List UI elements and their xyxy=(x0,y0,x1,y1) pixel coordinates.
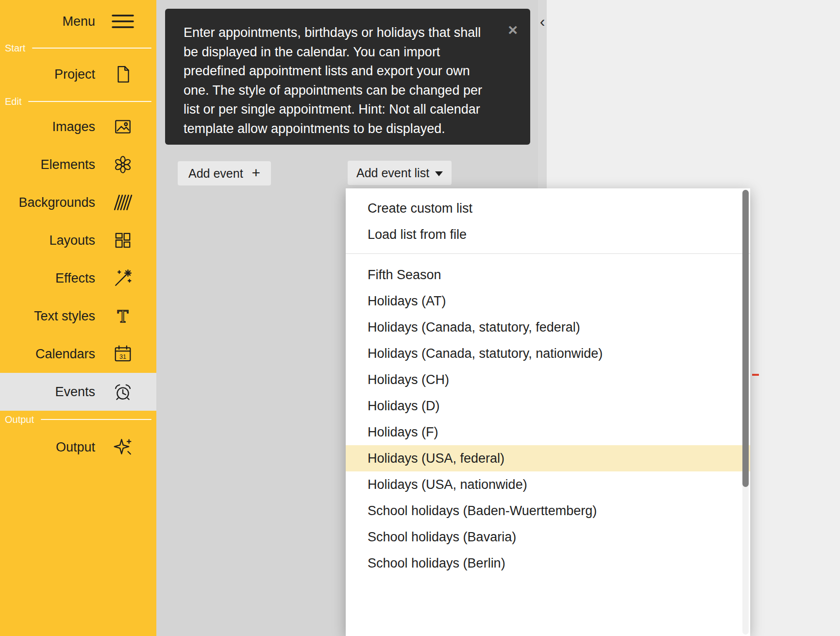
sidebar-item-backgrounds[interactable]: Backgrounds xyxy=(0,184,156,221)
sidebar-item-label: Effects xyxy=(55,271,95,286)
add-event-list-dropdown: Create custom listLoad list from fileFif… xyxy=(346,188,750,636)
info-tooltip: Enter appointments, birthdays or holiday… xyxy=(165,9,530,145)
calendar-icon: 31 xyxy=(112,343,134,365)
chevron-down-icon xyxy=(435,171,443,176)
section-divider xyxy=(32,48,151,49)
menu-label: Menu xyxy=(62,14,95,29)
dropdown-item[interactable]: Holidays (Canada, statutory, federal) xyxy=(346,314,750,340)
app-window: Menu Start Project Edit Images xyxy=(0,0,840,636)
dropdown-scrollbar[interactable] xyxy=(742,190,749,635)
dropdown-item-list: Create custom listLoad list from fileFif… xyxy=(346,195,750,576)
sidebar-item-label: Text styles xyxy=(34,309,95,324)
dropdown-item[interactable]: School holidays (Berlin) xyxy=(346,550,750,576)
magic-wand-icon xyxy=(112,267,134,289)
dropdown-divider xyxy=(346,253,750,254)
hamburger-icon xyxy=(112,10,134,33)
sidebar-item-images[interactable]: Images xyxy=(0,108,156,146)
svg-text:31: 31 xyxy=(119,353,126,360)
sidebar-item-label: Elements xyxy=(40,157,95,172)
letter-t-icon: T xyxy=(112,305,134,327)
diagonal-stripes-icon xyxy=(112,191,134,214)
add-event-list-button[interactable]: Add event list xyxy=(348,161,452,185)
sidebar-item-effects[interactable]: Effects xyxy=(0,259,156,297)
spark-icon xyxy=(112,436,134,458)
sidebar-section-output: Output xyxy=(0,411,156,428)
dropdown-item[interactable]: Holidays (AT) xyxy=(346,288,750,314)
sidebar-item-label: Backgrounds xyxy=(18,195,95,210)
sidebar-item-label: Images xyxy=(52,119,95,134)
sidebar-item-layouts[interactable]: Layouts xyxy=(0,221,156,259)
add-event-label: Add event xyxy=(188,167,243,181)
section-label: Edit xyxy=(5,96,21,107)
svg-text:T: T xyxy=(118,307,129,326)
sidebar-item-menu[interactable]: Menu xyxy=(0,0,156,43)
tooltip-text: Enter appointments, birthdays or holiday… xyxy=(184,25,482,136)
sidebar-item-label: Calendars xyxy=(35,347,95,362)
sidebar-item-text-styles[interactable]: Text styles T xyxy=(0,297,156,335)
add-event-button[interactable]: Add event + xyxy=(178,161,271,185)
dropdown-item[interactable]: Holidays (F) xyxy=(346,419,750,445)
sidebar-item-project[interactable]: Project xyxy=(0,53,156,95)
dropdown-item[interactable]: Holidays (D) xyxy=(346,393,750,419)
red-marker xyxy=(752,374,759,376)
sidebar-section-start: Start xyxy=(0,43,156,53)
section-label: Output xyxy=(5,414,34,425)
sidebar-item-label: Output xyxy=(56,440,95,455)
dropdown-item[interactable]: Holidays (USA, nationwide) xyxy=(346,471,750,498)
sidebar-item-events[interactable]: Events xyxy=(0,373,156,411)
document-icon xyxy=(112,63,134,85)
close-icon[interactable]: × xyxy=(508,21,518,38)
section-label: Start xyxy=(5,43,25,54)
dropdown-item[interactable]: Holidays (Canada, statutory, nationwide) xyxy=(346,340,750,367)
dropdown-item[interactable]: School holidays (Baden-Wuerttemberg) xyxy=(346,498,750,524)
sidebar-section-edit: Edit xyxy=(0,95,156,108)
dropdown-item[interactable]: Load list from file xyxy=(346,221,750,248)
layout-grid-icon xyxy=(112,229,134,251)
dropdown-item[interactable]: Holidays (USA, federal) xyxy=(346,445,750,471)
sidebar-item-label: Layouts xyxy=(49,233,95,248)
sidebar-item-output[interactable]: Output xyxy=(0,428,156,466)
dropdown-item[interactable]: Create custom list xyxy=(346,195,750,221)
dropdown-item[interactable]: Holidays (CH) xyxy=(346,367,750,393)
sidebar-item-label: Events xyxy=(55,385,95,400)
dropdown-item[interactable]: Fifth Season xyxy=(346,262,750,288)
flower-icon xyxy=(112,153,134,176)
sidebar-item-calendars[interactable]: Calendars 31 xyxy=(0,335,156,373)
sidebar-item-elements[interactable]: Elements xyxy=(0,146,156,184)
dropdown-scrollbar-thumb[interactable] xyxy=(742,190,749,487)
section-divider xyxy=(28,101,151,102)
sidebar: Menu Start Project Edit Images xyxy=(0,0,156,636)
sidebar-item-label: Project xyxy=(54,67,95,82)
alarm-clock-icon xyxy=(112,381,134,403)
plus-icon: + xyxy=(252,165,261,181)
dropdown-item[interactable]: School holidays (Bavaria) xyxy=(346,524,750,550)
section-divider xyxy=(41,419,151,420)
add-event-list-label: Add event list xyxy=(356,166,429,180)
image-icon xyxy=(112,116,134,138)
collapse-left-icon[interactable]: ‹ xyxy=(536,14,549,29)
